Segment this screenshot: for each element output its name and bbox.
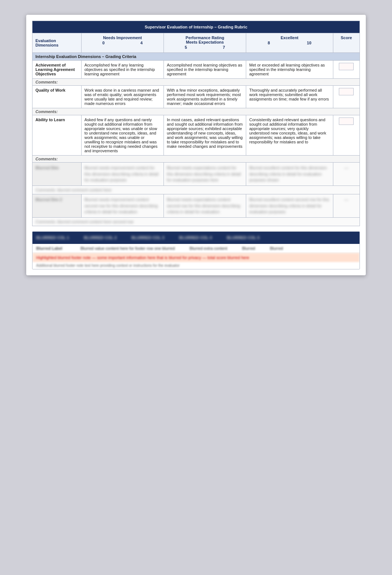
needs-quality: Work was done in a careless manner and w… xyxy=(81,86,164,108)
comments-blurred-2: Comments: blurred comment content here s… xyxy=(32,217,360,226)
table-row: Quality of Work Work was done in a carel… xyxy=(32,86,360,108)
needs-ability: Asked few if any questions and rarely so… xyxy=(81,115,164,156)
comments-ability: Comments: xyxy=(32,156,360,163)
comments-row-blurred-2: Comments: blurred comment content here s… xyxy=(32,217,360,226)
table-row: Ability to Learn Asked few if any questi… xyxy=(32,115,360,156)
excellent-header: Excellent 810 xyxy=(246,33,333,53)
dim-blurred-1: Blurred Dim xyxy=(32,163,82,186)
needs-achievement: Accomplished few if any learning objecti… xyxy=(81,61,164,79)
footer-extra-2: Blurred xyxy=(242,246,255,251)
dim-ability: Ability to Learn xyxy=(32,115,82,156)
score-header: Score xyxy=(333,33,360,53)
comments-row-ability: Comments: xyxy=(32,156,360,163)
needs-improvement-header: Needs Improvement 04 xyxy=(81,33,164,53)
table-row-blurred-2: Blurred Dim 2 Blurred needs improvement … xyxy=(32,194,360,218)
meets-blurred-1: Blurred meets expectations content for t… xyxy=(164,163,246,186)
score-ability[interactable] xyxy=(333,115,360,156)
needs-blurred-1: Blurred needs improvement content for th… xyxy=(81,163,164,186)
dim-achievement: Achievement of Learning Agreement Object… xyxy=(32,61,82,79)
score-achievement[interactable] xyxy=(333,61,360,79)
footer-header-col2: BLURRED COL 2 xyxy=(84,235,117,241)
eval-dim-header: Evaluation Dimensions xyxy=(32,33,82,53)
needs-blurred-2: Blurred needs improvement content second… xyxy=(81,194,164,218)
dim-quality: Quality of Work xyxy=(32,86,82,108)
score-blurred-2: — xyxy=(333,194,360,218)
excellent-blurred-1: Blurred excellent content for this dimen… xyxy=(246,163,333,186)
performance-rating-header: Performance Rating Meets Expectations 57 xyxy=(164,33,246,53)
comments-quality: Comments: xyxy=(32,108,360,115)
excellent-blurred-2: Blurred excellent content second row for… xyxy=(246,194,333,218)
comments-blurred-1: Comments: blurred comment content here xyxy=(32,186,360,194)
meets-achievement: Accomplished most learning objectives as… xyxy=(164,61,246,79)
footer-section: BLURRED COL 1 BLURRED COL 2 BLURRED COL … xyxy=(32,231,360,269)
sub-header: Internship Evaluation Dimensions – Gradi… xyxy=(32,53,360,61)
score-blurred-1: — xyxy=(333,163,360,186)
footer-note: Additional blurred footer note text here… xyxy=(32,262,360,269)
footer-extra-1: Blurred extra content xyxy=(190,246,227,251)
footer-header-col3: BLURRED COL 3 xyxy=(131,235,164,241)
meets-ability: In most cases, asked relevant questions … xyxy=(164,115,246,156)
footer-row-1: Blurred Label Blurred value content here… xyxy=(32,244,360,253)
rubric-table: Supervisor Evaluation of Internship – Gr… xyxy=(32,21,360,226)
meets-blurred-2: Blurred meets expectations content secon… xyxy=(164,194,246,218)
footer-extra-3: Blurred xyxy=(270,246,283,251)
dim-blurred-2: Blurred Dim 2 xyxy=(32,194,82,218)
comments-row-blurred-1: Comments: blurred comment content here xyxy=(32,186,360,194)
comments-row-quality: Comments: xyxy=(32,108,360,115)
footer-label-1: Blurred Label xyxy=(36,246,80,251)
page-wrapper: Supervisor Evaluation of Internship – Gr… xyxy=(26,15,366,275)
comments-achievement: Comments: xyxy=(32,79,360,86)
footer-value-1: Blurred value content here for footer ro… xyxy=(80,246,175,251)
footer-header: BLURRED COL 1 BLURRED COL 2 BLURRED COL … xyxy=(32,232,360,244)
table-row-blurred-1: Blurred Dim Blurred needs improvement co… xyxy=(32,163,360,186)
excellent-ability: Consistently asked relevant questions an… xyxy=(246,115,333,156)
footer-header-col5: BLURRED COL 5 xyxy=(227,235,259,241)
table-title: Supervisor Evaluation of Internship – Gr… xyxy=(32,21,360,33)
table-row: Achievement of Learning Agreement Object… xyxy=(32,61,360,79)
excellent-achievement: Met or exceeded all learning objectives … xyxy=(246,61,333,79)
footer-header-col1: BLURRED COL 1 xyxy=(36,235,69,241)
score-quality[interactable] xyxy=(333,86,360,108)
meets-quality: With a few minor exceptions, adequately … xyxy=(164,86,246,108)
excellent-quality: Thoroughly and accurately performed all … xyxy=(246,86,333,108)
footer-header-col4: BLURRED COL 4 xyxy=(179,235,212,241)
footer-highlight: Highlighted blurred footer note — some i… xyxy=(32,253,360,262)
comments-row-achievement: Comments: xyxy=(32,79,360,86)
